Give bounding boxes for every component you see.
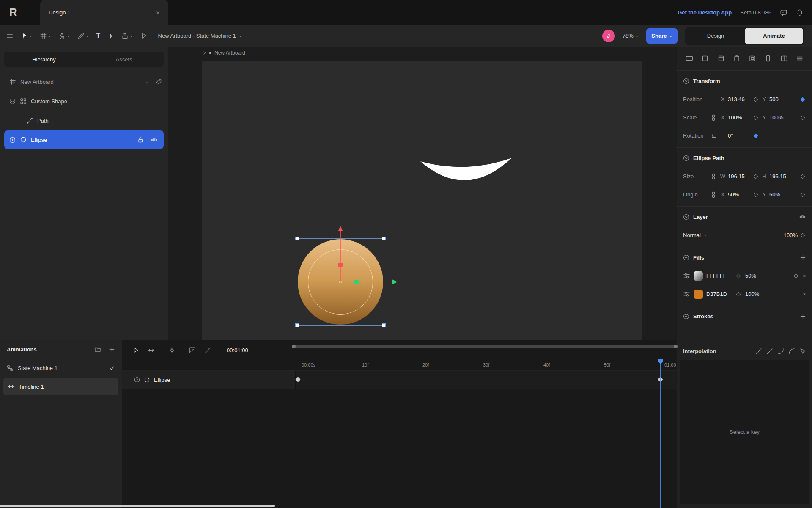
keyframe-toggle[interactable] (793, 274, 799, 278)
events-tool[interactable] (107, 33, 114, 39)
zoom-bar-handle[interactable] (674, 345, 678, 348)
text-tool[interactable]: T (96, 32, 100, 40)
tab-animate[interactable]: Animate (745, 28, 803, 44)
rotation-value[interactable]: 0° (728, 133, 751, 139)
size-h-value[interactable]: 196.15 (769, 173, 792, 179)
position-y-value[interactable]: 500 (769, 96, 792, 102)
auto-key-selector[interactable]: ⌄ (168, 347, 181, 354)
keyframe-toggle[interactable] (752, 116, 759, 119)
notifications-bell-icon[interactable] (796, 9, 804, 17)
disclosure-chevron-icon[interactable] (134, 377, 140, 383)
scale-x-value[interactable]: 100% (728, 114, 751, 121)
avatar[interactable]: J (602, 30, 615, 42)
shapes-tool[interactable]: ⌄ (77, 32, 89, 39)
selection-handle[interactable] (295, 237, 299, 240)
keyframe-toggle[interactable] (752, 193, 759, 196)
zoom-selector[interactable]: 78% ⌄ (623, 33, 639, 39)
selection-handle[interactable] (295, 323, 299, 327)
rows-layout-icon[interactable] (796, 55, 804, 62)
nested-artboard-icon[interactable] (749, 55, 756, 62)
remove-fill-icon[interactable]: × (803, 273, 806, 279)
columns-layout-icon[interactable] (780, 55, 788, 62)
folder-icon[interactable] (94, 346, 101, 353)
tab-design-1[interactable]: Design 1 × (40, 0, 168, 25)
section-chevron-icon[interactable] (683, 313, 689, 320)
selection-handle[interactable] (382, 323, 386, 327)
plus-icon[interactable] (800, 313, 806, 320)
play-button[interactable] (132, 347, 139, 353)
eye-icon[interactable] (151, 136, 158, 144)
artboard-wide-icon[interactable] (686, 55, 693, 62)
zoom-bar-handle[interactable] (292, 345, 296, 348)
clipboard-icon[interactable] (733, 55, 741, 62)
tree-item-custom-shape[interactable]: Custom Shape (0, 91, 168, 111)
chevron-down-icon[interactable]: ⌄ (145, 80, 149, 84)
canvas[interactable]: New Artboard (168, 47, 677, 340)
keyframe-toggle[interactable] (799, 98, 806, 101)
horizontal-scrollbar[interactable] (0, 505, 275, 507)
section-chevron-icon[interactable] (683, 155, 689, 161)
keyframe-toggle[interactable] (752, 175, 759, 178)
pen-tool[interactable]: ⌄ (58, 32, 70, 39)
rive-logo[interactable]: R (9, 0, 17, 25)
tab-design[interactable]: Design (686, 28, 745, 44)
fill-opacity-value[interactable]: 50% (745, 273, 762, 279)
export-button[interactable]: ⌄ (121, 32, 133, 39)
keyframe-toggle[interactable] (735, 293, 742, 296)
eye-icon[interactable] (799, 213, 806, 221)
tab-hierarchy[interactable]: Hierarchy (4, 52, 84, 67)
timeline-zoom-bar[interactable] (293, 345, 676, 348)
feedback-icon[interactable] (780, 9, 787, 17)
lock-icon[interactable] (137, 136, 144, 143)
timeline-ruler[interactable]: 00:00s 10f 20f 30f 40f 50f 01:00 (122, 360, 677, 370)
graph-editor-button[interactable] (189, 347, 196, 354)
tag-icon[interactable] (156, 79, 162, 85)
phone-layout-icon[interactable] (764, 55, 772, 62)
artboard-state-selector[interactable]: New Artboard - State Machine 1 ⌄ (158, 33, 242, 39)
keyframe-toggle[interactable] (799, 175, 806, 178)
playhead[interactable] (660, 359, 661, 508)
animation-item-timeline[interactable]: Timeline 1 (3, 378, 118, 395)
smile-path-shape[interactable] (420, 155, 512, 188)
section-chevron-icon[interactable] (683, 254, 689, 261)
disclosure-chevron-icon[interactable] (9, 98, 16, 105)
disclosure-chevron-icon[interactable] (9, 137, 16, 143)
keyframe-toggle[interactable] (799, 234, 806, 237)
select-tool[interactable]: ⌄ (21, 32, 33, 39)
section-chevron-icon[interactable] (683, 78, 689, 84)
tab-assets[interactable]: Assets (84, 52, 164, 67)
keyframe-toggle[interactable] (799, 116, 806, 119)
keyframe-toggle[interactable] (752, 134, 759, 138)
scale-y-value[interactable]: 100% (769, 114, 792, 121)
remove-fill-icon[interactable]: × (803, 291, 806, 298)
play-preview-button[interactable] (140, 32, 148, 39)
time-display[interactable]: 00:01:00 ⌄ (227, 347, 254, 353)
keyframe-toggle[interactable] (735, 274, 742, 278)
main-menu-button[interactable] (6, 32, 14, 40)
artboard-header[interactable]: New Artboard (202, 50, 245, 56)
tree-item-ellipse[interactable]: Ellipse (4, 130, 164, 149)
fill-hex-value[interactable]: D37B1D (706, 291, 732, 297)
position-x-value[interactable]: 313.46 (728, 96, 751, 102)
link-icon[interactable] (710, 191, 716, 198)
tree-item-path[interactable]: Path (0, 111, 168, 130)
loop-mode-selector[interactable]: ⌄ (148, 347, 160, 354)
artboard-tool[interactable]: ⌄ (40, 32, 52, 39)
origin-x-value[interactable]: 50% (728, 191, 751, 198)
animation-item-state-machine[interactable]: State Machine 1 (0, 359, 122, 378)
fill-options-icon[interactable] (683, 272, 690, 279)
selection-handle[interactable] (382, 237, 386, 240)
size-w-value[interactable]: 196.15 (728, 173, 751, 179)
frame-header-icon[interactable] (717, 55, 725, 62)
tree-item-new-artboard[interactable]: New Artboard ⌄ (0, 72, 168, 91)
curve-editor-button[interactable] (204, 347, 211, 354)
artboard-square-icon[interactable] (701, 55, 709, 62)
interpolation-custom-icon[interactable] (799, 348, 806, 355)
fill-hex-value[interactable]: FFFFFF (706, 273, 732, 279)
plus-icon[interactable] (800, 254, 806, 261)
share-button[interactable]: Share ⌄ (646, 28, 678, 44)
interpolation-cubic-icon[interactable] (755, 348, 762, 355)
plus-icon[interactable] (109, 346, 115, 353)
link-icon[interactable] (710, 114, 716, 121)
link-icon[interactable] (710, 173, 716, 180)
